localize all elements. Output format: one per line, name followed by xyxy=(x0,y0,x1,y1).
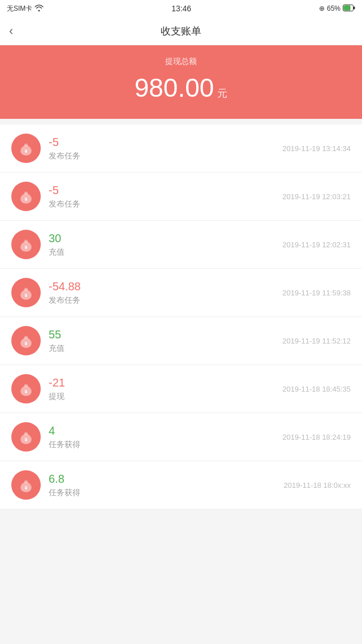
sim-label: 无SIM卡 xyxy=(7,4,32,14)
svg-point-29 xyxy=(24,432,28,434)
svg-rect-2 xyxy=(354,6,355,9)
transaction-icon: ¥ xyxy=(11,134,41,163)
back-button[interactable]: ‹ xyxy=(9,24,13,38)
transaction-date: 2019-11-18 18:45:35 xyxy=(282,385,351,393)
transaction-info: 55 充值 xyxy=(49,328,282,354)
transaction-icon: ¥ xyxy=(11,374,41,403)
status-bar: 无SIM卡 13:46 ⊕ 65% xyxy=(0,0,362,17)
transaction-item[interactable]: ¥ -5 发布任务 2019-11-19 12:03:21 xyxy=(0,173,362,221)
battery-icon xyxy=(343,5,355,13)
transaction-date: 2019-11-18 18:0x:xx xyxy=(283,481,351,490)
wifi-icon xyxy=(35,5,44,13)
transaction-desc: 任务获得 xyxy=(49,488,283,498)
svg-text:¥: ¥ xyxy=(24,437,27,443)
svg-point-5 xyxy=(24,143,28,145)
svg-point-25 xyxy=(24,384,28,386)
transaction-desc: 发布任务 xyxy=(49,199,282,209)
battery-label: 65% xyxy=(327,5,341,12)
lock-icon: ⊕ xyxy=(319,5,325,12)
transaction-amount: -5 xyxy=(49,136,282,149)
transaction-desc: 发布任务 xyxy=(49,151,282,161)
transaction-date: 2019-11-18 18:24:19 xyxy=(282,433,351,441)
nav-bar: ‹ 收支账单 xyxy=(0,17,362,45)
transaction-desc: 充值 xyxy=(49,344,282,354)
transaction-info: 30 充值 xyxy=(49,232,282,257)
transaction-icon: ¥ xyxy=(11,326,41,355)
page-title: 收支账单 xyxy=(161,24,201,38)
transaction-item[interactable]: ¥ -54.88 发布任务 2019-11-19 11:59:38 xyxy=(0,269,362,317)
transaction-date: 2019-11-19 11:52:12 xyxy=(282,337,351,345)
transaction-icon: ¥ xyxy=(11,470,41,500)
header-amount: 980.00 元 xyxy=(9,72,353,103)
svg-text:¥: ¥ xyxy=(24,196,27,202)
transaction-amount: 30 xyxy=(49,232,282,245)
svg-point-13 xyxy=(24,239,28,242)
header-banner: 提现总额 980.00 元 xyxy=(0,45,362,119)
svg-text:¥: ¥ xyxy=(24,341,27,346)
transaction-info: -5 发布任务 xyxy=(49,136,282,161)
transaction-date: 2019-11-19 11:59:38 xyxy=(282,289,351,297)
transaction-icon: ¥ xyxy=(11,422,41,452)
transaction-desc: 任务获得 xyxy=(49,440,282,450)
amount-value: 980.00 xyxy=(135,72,214,103)
transaction-desc: 提现 xyxy=(49,392,282,402)
transaction-item[interactable]: ¥ -5 发布任务 2019-11-19 13:14:34 xyxy=(0,124,362,173)
transaction-date: 2019-11-19 12:03:21 xyxy=(282,192,351,201)
transaction-date: 2019-11-19 13:14:34 xyxy=(282,144,351,153)
transaction-amount: -5 xyxy=(49,184,282,197)
transaction-desc: 发布任务 xyxy=(49,295,282,306)
transaction-info: -21 提现 xyxy=(49,376,282,402)
transaction-desc: 充值 xyxy=(49,247,282,257)
transaction-date: 2019-11-19 12:02:31 xyxy=(282,241,351,249)
transaction-amount: 55 xyxy=(49,328,282,341)
transaction-icon: ¥ xyxy=(11,182,41,211)
transaction-info: 6.8 任务获得 xyxy=(49,473,283,498)
svg-point-33 xyxy=(24,480,28,482)
header-label: 提现总额 xyxy=(9,57,353,67)
transaction-amount: 6.8 xyxy=(49,473,283,486)
transaction-info: -5 发布任务 xyxy=(49,184,282,209)
amount-unit: 元 xyxy=(217,87,227,100)
transaction-item[interactable]: ¥ 6.8 任务获得 2019-11-18 18:0x:xx xyxy=(0,461,362,509)
transaction-info: 4 任务获得 xyxy=(49,424,282,450)
transaction-item[interactable]: ¥ 4 任务获得 2019-11-18 18:24:19 xyxy=(0,413,362,461)
svg-text:¥: ¥ xyxy=(24,244,27,250)
svg-point-21 xyxy=(24,336,28,338)
transaction-icon: ¥ xyxy=(11,230,41,259)
svg-text:¥: ¥ xyxy=(24,389,27,394)
transaction-item[interactable]: ¥ -21 提现 2019-11-18 18:45:35 xyxy=(0,365,362,413)
status-left: 无SIM卡 xyxy=(7,4,44,14)
svg-point-9 xyxy=(24,191,28,194)
transaction-amount: -54.88 xyxy=(49,280,282,293)
svg-point-17 xyxy=(24,287,28,290)
transaction-amount: -21 xyxy=(49,376,282,389)
svg-rect-1 xyxy=(343,5,350,10)
transaction-amount: 4 xyxy=(49,424,282,437)
status-right: ⊕ 65% xyxy=(319,5,355,13)
svg-text:¥: ¥ xyxy=(24,293,27,298)
transaction-list: ¥ -5 发布任务 2019-11-19 13:14:34 ¥ -5 发布任 xyxy=(0,124,362,509)
svg-text:¥: ¥ xyxy=(24,485,27,491)
transaction-item[interactable]: ¥ 30 充值 2019-11-19 12:02:31 xyxy=(0,221,362,269)
transaction-item[interactable]: ¥ 55 充值 2019-11-19 11:52:12 xyxy=(0,317,362,365)
status-time: 13:46 xyxy=(171,4,191,13)
transaction-info: -54.88 发布任务 xyxy=(49,280,282,306)
svg-text:¥: ¥ xyxy=(24,148,27,154)
transaction-icon: ¥ xyxy=(11,278,41,307)
